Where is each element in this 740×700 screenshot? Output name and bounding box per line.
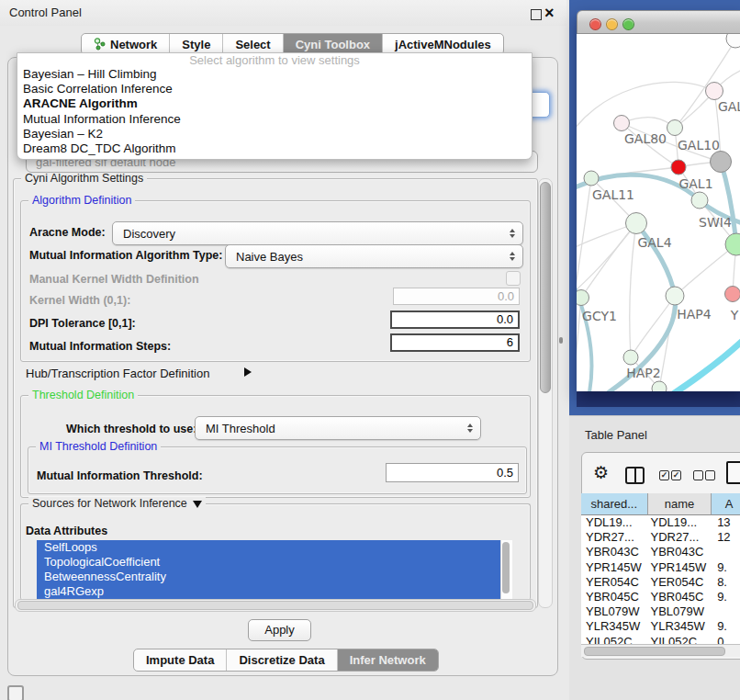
table-cell[interactable]: YIL052C <box>648 635 712 645</box>
column-header-partial[interactable]: A <box>712 493 740 515</box>
tab-infer-network[interactable]: Infer Network <box>338 649 438 671</box>
close-traffic-light-icon[interactable] <box>589 18 601 30</box>
dpi-tolerance-field[interactable]: 0.0 <box>390 310 520 329</box>
mi-steps-field[interactable]: 6 <box>390 333 520 352</box>
table-cell[interactable]: 9. <box>712 590 740 604</box>
table-cell[interactable]: YDL19... <box>648 515 712 530</box>
table-cell[interactable]: YDR27... <box>581 530 648 545</box>
kernel-width-field[interactable]: 0.0 <box>393 288 520 305</box>
settings-hscrollbar-thumb[interactable] <box>17 601 533 610</box>
tab-network[interactable]: Network <box>82 34 170 54</box>
table-cell[interactable]: 0. <box>712 635 740 645</box>
columns-icon[interactable] <box>625 467 645 484</box>
mi-type-combobox[interactable]: Naive Bayes <box>225 244 523 268</box>
table-cell[interactable]: YDR27... <box>648 530 712 545</box>
unchecked-boxes-icon[interactable] <box>705 470 715 480</box>
dropdown-item-selected[interactable]: ARACNE Algorithm <box>17 96 532 111</box>
table-cell[interactable]: YBR045C <box>648 590 712 604</box>
network-node[interactable] <box>726 34 740 48</box>
table-cell[interactable]: YER054C <box>648 575 712 590</box>
dropdown-item[interactable]: Bayesian – K2 <box>17 127 532 141</box>
zoom-traffic-light-icon[interactable] <box>622 18 634 30</box>
table-row[interactable]: YDL19...YDL19...13 <box>581 515 740 530</box>
table-cell[interactable]: YBR043C <box>581 545 648 559</box>
network-edge[interactable] <box>673 333 740 391</box>
mi-threshold-field[interactable]: 0.5 <box>386 463 519 482</box>
column-header-shared-name[interactable]: shared... <box>581 493 648 515</box>
network-window-titlebar[interactable] <box>577 10 740 34</box>
table-cell[interactable]: 9. <box>712 560 740 575</box>
table-cell[interactable]: 9. <box>712 619 740 634</box>
network-graph[interactable]: GALGAL80GAL10GAL1GAL11SWI4GAL4GCY1HAP4YH… <box>577 34 740 391</box>
gear-icon[interactable]: ⚙ <box>593 463 609 483</box>
minimized-panel-icon[interactable] <box>7 685 24 700</box>
dropdown-item[interactable]: Basic Correlation Inference <box>17 82 532 96</box>
list-item-selected[interactable]: BetweennessCentrality <box>37 570 500 584</box>
aracne-mode-combobox[interactable]: Discovery <box>112 221 523 245</box>
collapse-arrow-icon[interactable] <box>193 501 202 508</box>
table-cell[interactable]: YBR045C <box>581 590 648 604</box>
network-edge[interactable] <box>630 223 636 357</box>
tab-discretize-data[interactable]: Discretize Data <box>227 649 337 671</box>
network-node[interactable] <box>666 287 684 305</box>
network-edge[interactable] <box>577 298 581 383</box>
splitter-handle[interactable] <box>559 337 563 344</box>
table-cell[interactable]: YPR145W <box>648 560 712 575</box>
list-item-selected[interactable]: TopologicalCoefficient <box>37 555 500 570</box>
table-row[interactable]: YBR045CYBR045C9. <box>581 590 740 604</box>
dropdown-item[interactable]: Bayesian – Hill Climbing <box>17 67 532 82</box>
network-node[interactable] <box>671 160 686 175</box>
list-scrollbar-thumb[interactable] <box>502 542 510 593</box>
checked-boxes-icon[interactable]: ✓ <box>659 470 669 480</box>
network-edge[interactable] <box>721 162 736 244</box>
unchecked-boxes-icon[interactable] <box>693 470 703 480</box>
dropdown-item[interactable]: Mutual Information Inference <box>17 112 532 127</box>
table-cell[interactable]: YBL079W <box>581 604 648 619</box>
column-header-name[interactable]: name <box>648 493 712 515</box>
table-cell[interactable]: YLR345W <box>581 619 648 634</box>
checked-boxes-icon[interactable]: ✓ <box>671 470 681 480</box>
network-node[interactable] <box>725 287 740 302</box>
table-cell[interactable]: 8. <box>712 575 740 590</box>
table-cell[interactable]: YIL052C <box>581 635 648 645</box>
list-item-selected[interactable]: SelfLoops <box>37 540 500 555</box>
tab-style[interactable]: Style <box>170 34 223 54</box>
table-cell[interactable]: YBR043C <box>648 545 712 559</box>
network-node[interactable] <box>667 120 683 136</box>
manual-kernel-checkbox[interactable] <box>506 271 521 286</box>
network-node[interactable] <box>691 192 708 209</box>
table-cell[interactable]: YLR345W <box>648 619 712 634</box>
table-cell[interactable]: YDL19... <box>581 515 648 530</box>
network-node[interactable] <box>626 213 647 234</box>
minimize-traffic-light-icon[interactable] <box>606 18 618 30</box>
network-node[interactable] <box>706 83 723 100</box>
network-node[interactable] <box>711 152 732 173</box>
table-cell[interactable] <box>712 545 740 559</box>
new-document-icon[interactable] <box>726 461 740 484</box>
table-cell[interactable] <box>712 604 740 619</box>
network-node[interactable] <box>577 290 589 306</box>
table-row[interactable]: YBR043CYBR043C <box>581 545 740 559</box>
table-cell[interactable]: YER054C <box>581 575 648 590</box>
table-row[interactable]: YBL079WYBL079W <box>581 604 740 619</box>
network-node[interactable] <box>652 381 667 391</box>
float-panel-icon[interactable] <box>531 9 542 20</box>
table-row[interactable]: YIL052CYIL052C0. <box>581 635 740 645</box>
table-cell[interactable]: 12 <box>712 530 740 545</box>
tab-select[interactable]: Select <box>223 34 283 54</box>
table-cell[interactable]: 13 <box>712 515 740 530</box>
table-row[interactable]: YDR27...YDR27...12 <box>581 530 740 545</box>
which-threshold-combobox[interactable]: MI Threshold <box>195 416 481 440</box>
network-canvas[interactable]: GALGAL80GAL10GAL1GAL11SWI4GAL4GCY1HAP4YH… <box>577 34 740 391</box>
expand-arrow-icon[interactable] <box>244 367 252 377</box>
network-node[interactable] <box>623 350 638 365</box>
tab-jactivemnodules[interactable]: jActiveMNodules <box>383 34 503 54</box>
network-node[interactable] <box>614 116 630 131</box>
network-node[interactable] <box>584 171 599 186</box>
table-cell[interactable]: YBL079W <box>648 604 712 619</box>
table-row[interactable]: YER054CYER054C8. <box>581 575 740 590</box>
settings-scrollbar-thumb[interactable] <box>540 182 551 393</box>
dropdown-item[interactable]: Dream8 DC_TDC Algorithm <box>17 141 532 156</box>
table-cell[interactable]: YPR145W <box>581 560 648 575</box>
tab-cyni-toolbox[interactable]: Cyni Toolbox <box>284 34 383 54</box>
